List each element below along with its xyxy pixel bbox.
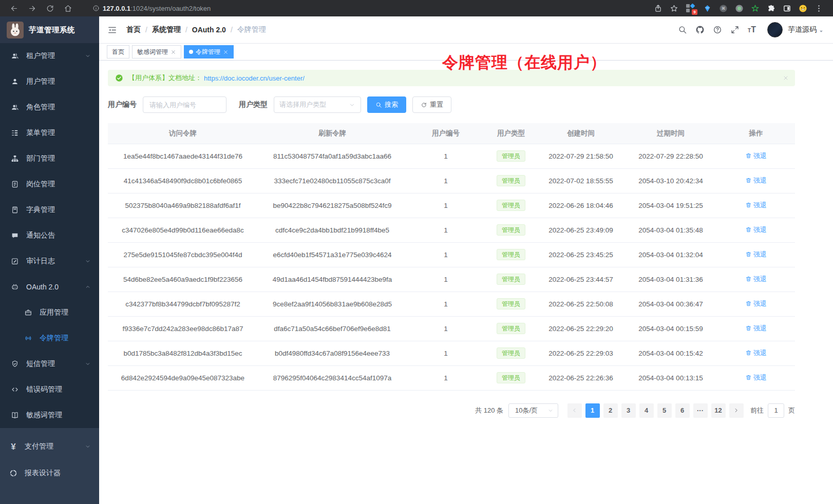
next-page-button[interactable]	[729, 403, 744, 418]
breadcrumb-item[interactable]: OAuth 2.0	[192, 26, 226, 34]
expire-time-cell: 2054-03-04 19:51:25	[624, 193, 717, 218]
splitscreen-extension-icon[interactable]	[783, 4, 791, 13]
page-button-6[interactable]: 6	[675, 403, 690, 418]
force-logout-link[interactable]: 强退	[745, 151, 767, 161]
expire-time-cell: 2054-03-10 20:42:34	[624, 168, 717, 193]
action-cell: 强退	[717, 292, 795, 316]
github-icon[interactable]	[695, 25, 705, 34]
tab-令牌管理[interactable]: 令牌管理	[184, 45, 234, 59]
page-button-3[interactable]: 3	[621, 403, 636, 418]
search-button[interactable]: 搜索	[367, 96, 406, 113]
force-logout-link[interactable]: 强退	[745, 373, 767, 382]
force-logout-link[interactable]: 强退	[745, 324, 767, 333]
sidebar-item-report-designer[interactable]: 报表设计器	[0, 460, 99, 487]
sidebar-item-error-code[interactable]: 错误码管理	[0, 377, 99, 402]
user-type-select[interactable]: 请选择用户类型	[274, 96, 361, 113]
reload-icon[interactable]	[46, 4, 54, 13]
reset-button[interactable]: 重置	[412, 96, 451, 113]
sidebar-item-dept[interactable]: 部门管理	[0, 146, 99, 171]
back-icon[interactable]	[10, 4, 18, 13]
page-button-1[interactable]: 1	[585, 403, 600, 418]
trash-icon	[745, 226, 752, 233]
action-cell: 强退	[717, 316, 795, 341]
sidebar-item-user[interactable]: 用户管理	[0, 69, 99, 94]
font-size-icon[interactable]: TT	[748, 26, 756, 34]
sidebar-item-dict[interactable]: 字典管理	[0, 197, 99, 223]
sidebar-toggle-icon[interactable]	[107, 25, 117, 35]
tab-首页[interactable]: 首页	[107, 45, 129, 59]
jump-suffix: 页	[788, 406, 795, 415]
url-bar[interactable]: 127.0.0.1:1024/system/oauth2/token	[87, 2, 648, 14]
help-icon[interactable]	[713, 25, 722, 34]
page-size-select[interactable]: 10条/页	[508, 403, 558, 418]
user-id-cell: 1	[407, 365, 485, 390]
force-logout-link[interactable]: 强退	[745, 275, 767, 284]
created-time-cell: 2022-07-29 21:58:50	[537, 144, 624, 168]
browser-menu-icon[interactable]	[815, 4, 823, 13]
command-extension-icon[interactable]: ⌘	[719, 4, 728, 13]
bookmark-star-icon[interactable]	[670, 4, 678, 13]
force-logout-link[interactable]: 强退	[745, 250, 767, 259]
forward-icon[interactable]	[28, 4, 36, 13]
user-icon	[11, 77, 19, 86]
force-logout-link[interactable]: 强退	[745, 299, 767, 308]
breadcrumb-item[interactable]: 系统管理	[152, 25, 181, 34]
page-button-2[interactable]: 2	[603, 403, 618, 418]
sidebar-item-label: 字典管理	[26, 205, 55, 215]
table-row: 1ea5e44f8bc1467aaede43144f31de76811c5304…	[108, 144, 795, 168]
column-header: 访问令牌	[108, 123, 258, 144]
sidebar-item-pay[interactable]: ¥支付管理	[0, 433, 99, 460]
trash-icon	[745, 374, 752, 381]
sidebar-item-role[interactable]: 角色管理	[0, 94, 99, 120]
chevron-down-icon	[349, 102, 355, 108]
user-name[interactable]: 芋道源码	[788, 25, 817, 34]
breadcrumb-item[interactable]: 首页	[126, 25, 141, 34]
action-cell: 强退	[717, 365, 795, 390]
force-logout-link[interactable]: 强退	[745, 201, 767, 210]
alert-doc-link[interactable]: https://doc.iocoder.cn/user-center/	[204, 74, 305, 82]
share-icon[interactable]	[654, 4, 662, 13]
user-avatar[interactable]	[767, 22, 783, 37]
sidebar-item-oauth2-token[interactable]: 令牌管理	[0, 325, 99, 351]
page-content: 【用户体系】文档地址： https://doc.iocoder.cn/user-…	[99, 61, 795, 418]
sidebar-item-notice[interactable]: 通知公告	[0, 223, 99, 248]
user-id-cell: 1	[407, 292, 485, 316]
page-button-5[interactable]: 5	[657, 403, 672, 418]
sidebar-item-oauth2-app[interactable]: 应用管理	[0, 300, 99, 325]
force-logout-link[interactable]: 强退	[745, 176, 767, 185]
sidebar-item-oauth2[interactable]: OAuth 2.0	[0, 274, 99, 300]
close-icon[interactable]	[223, 49, 229, 55]
tab-敏感词管理[interactable]: 敏感词管理	[132, 45, 181, 59]
sidebar-item-sms[interactable]: 短信管理	[0, 351, 99, 377]
force-logout-link[interactable]: 强退	[745, 225, 767, 235]
gem-extension-icon[interactable]	[703, 4, 712, 13]
fullscreen-icon[interactable]	[730, 25, 740, 34]
star-extension-icon[interactable]	[751, 4, 760, 13]
force-logout-link[interactable]: 强退	[745, 348, 767, 358]
emoji-extension-icon[interactable]	[799, 4, 807, 13]
puzzle-extension-icon[interactable]	[767, 4, 775, 13]
action-cell: 强退	[717, 144, 795, 168]
info-icon[interactable]	[92, 5, 100, 12]
jump-page-input[interactable]	[768, 403, 784, 418]
page-button-12[interactable]: 12	[711, 403, 726, 418]
alert-close-icon[interactable]	[783, 75, 789, 81]
sidebar-item-post[interactable]: 岗位管理	[0, 171, 99, 197]
search-icon[interactable]	[678, 25, 687, 34]
sidebar-item-sensitive-word[interactable]: 敏感词管理	[0, 402, 99, 428]
prev-page-button[interactable]	[567, 403, 582, 418]
page-button-4[interactable]: 4	[639, 403, 654, 418]
jump-label: 前往	[750, 406, 764, 415]
sidebar-item-tenant[interactable]: 租户管理	[0, 43, 99, 69]
user-id-input[interactable]	[143, 96, 226, 113]
extension-badge-icon[interactable]: 9	[686, 4, 695, 13]
sidebar-item-audit-log[interactable]: 审计日志	[0, 248, 99, 274]
recorder-extension-icon[interactable]	[735, 4, 744, 13]
table-row: 275e5de9151045fe87cbdc395e004f4de6cfd40e…	[108, 242, 795, 267]
close-icon[interactable]	[171, 49, 176, 55]
user-id-label: 用户编号	[108, 100, 137, 109]
chevron-down-icon[interactable]	[818, 28, 825, 35]
sidebar-item-menu[interactable]: 菜单管理	[0, 120, 99, 146]
home-icon[interactable]	[64, 4, 72, 13]
page-ellipsis-button[interactable]: ···	[693, 403, 708, 418]
